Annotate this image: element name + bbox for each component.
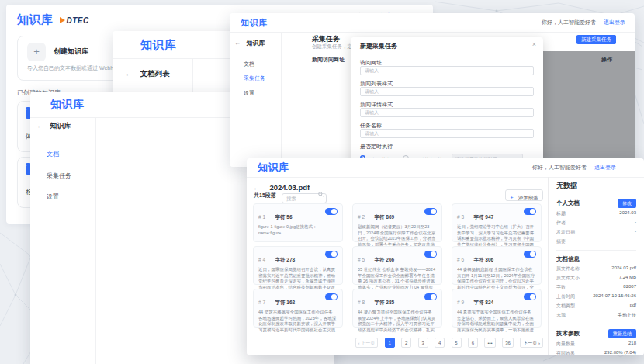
kb-detail-sidebar-divider [95, 117, 96, 364]
app-logo: 知识库 [241, 13, 268, 32]
pagination-prev[interactable]: ‹ 上一页 [355, 338, 379, 348]
segment-chars: 字符 869 [375, 214, 395, 220]
back-arrow-icon[interactable]: ← [253, 184, 260, 192]
kv-value: 218 [628, 341, 636, 348]
segment-card[interactable]: # 1 字符 56 figure-1-figure-0.jpg链接格式：name… [253, 203, 343, 242]
schedule-label: 是否定时执行 [360, 143, 393, 151]
segment-toggle[interactable] [424, 251, 437, 258]
kv-value: pdf [630, 303, 636, 310]
doc-list-title: 文档列表 [140, 69, 169, 78]
pagination-page-3[interactable]: 3 [418, 338, 428, 348]
kv-value: - [635, 229, 636, 236]
modal-title: 新建采集任务 [360, 42, 397, 50]
back-arrow-icon[interactable]: ← [36, 122, 43, 130]
logout-link[interactable]: 退出登录 [604, 19, 625, 25]
segment-card[interactable]: # 5 字符 266 05 世纪伟业 公积金章 整装待发——2024年全国医保工… [352, 246, 442, 285]
segment-text: 44 坚定不移落实全国医保工作会议任务 各地迅速掀起学习热潮，2023年，各地深… [258, 310, 338, 333]
segment-card[interactable]: # 7 字符 162 44 坚定不移落实全国医保工作会议任务 各地迅速掀起学习热… [253, 289, 343, 328]
sidebar-item-settings[interactable]: 设置 [47, 192, 59, 201]
tech-title: 技术参数 [556, 330, 580, 338]
kv-label: 召回效果 [556, 350, 575, 355]
pagination-page-4[interactable]: 4 [435, 338, 445, 348]
pagination-page-2[interactable]: 2 [401, 338, 411, 348]
edit-button[interactable]: 修改 [618, 199, 636, 208]
field-input-task-name[interactable] [360, 129, 534, 138]
segment-text: 44 凝心聚力抓好全国医保工作会议任务 展望2024年上半年，各地医保部门认真贯… [358, 310, 437, 333]
segment-toggle[interactable] [325, 251, 338, 258]
tasks-header: 知识库 你好，人工智能爱好者 退出登录 [230, 13, 635, 33]
user-greeting: 你好，人工智能爱好者 [532, 165, 587, 170]
pagination-next[interactable]: 下一页 › [520, 338, 543, 348]
kv-value: 292.08% (7.04) [604, 350, 636, 355]
back-arrow-icon[interactable]: ← [125, 69, 133, 78]
back-row[interactable]: ← 文档列表 [125, 65, 169, 79]
segment-toggle[interactable] [424, 293, 437, 300]
kv-value: 82007 [623, 284, 636, 291]
segment-card[interactable]: # 2 字符 869 融媒新闻网（记者栗云）3月22日至23日，2024年全国医… [352, 203, 442, 242]
kv-row: 发表日期- [556, 229, 636, 236]
pagination-page-5[interactable]: 5 [452, 338, 462, 348]
kv-row: 标题2024.03 [556, 210, 636, 217]
segment-index: # 6 [457, 257, 464, 262]
segment-card[interactable]: # 4 字符 278 近日，国家医保局党组召开会议，认真贯彻落实习近平总书记重要… [253, 246, 343, 285]
sidebar-divider [556, 250, 636, 251]
segment-toggle[interactable] [524, 293, 536, 300]
document-user-area: 你好，人工智能爱好者 退出登录 [532, 164, 616, 172]
tasks-back-label: 知识库 [246, 40, 265, 47]
segment-text: 近日，党组理论学习中心组（扩大）召开集中学习，深入学习习近平总书记重要讲话和重要… [457, 224, 536, 248]
segment-toggle[interactable] [524, 208, 536, 215]
logout-link[interactable]: 退出登录 [594, 165, 616, 170]
kv-label: 发表日期 [556, 229, 575, 236]
field-input-url[interactable] [360, 66, 534, 75]
pagination-page-1[interactable]: 1 [385, 338, 395, 348]
new-task-button[interactable]: 新建采集任务 [576, 35, 616, 44]
user-greeting: 你好，人工智能爱好者 [542, 19, 596, 25]
back-row[interactable]: ← 知识库 [36, 117, 71, 131]
segment-index: # 2 [358, 214, 365, 220]
sidebar-item-documents[interactable]: 文档 [244, 61, 254, 68]
sidebar-item-collection-tasks[interactable]: 采集任务 [244, 75, 265, 82]
kv-value: 7.24 MB [619, 275, 636, 282]
close-icon[interactable]: × [532, 40, 536, 48]
sidebar-item-documents[interactable]: 文档 [47, 150, 59, 158]
field-input-list-style[interactable] [360, 87, 534, 96]
add-segment-button[interactable]: + 添加段落 [505, 189, 543, 201]
segment-toggle[interactable] [325, 208, 338, 215]
dtec-logo-arrow-icon [60, 17, 65, 23]
pagination-ellipsis[interactable]: ••• [484, 338, 495, 348]
segment-toggle[interactable] [325, 293, 338, 300]
back-row[interactable]: ← 知识库 [234, 34, 265, 48]
segment-index: # 8 [358, 300, 365, 305]
kv-row: 原文件大小7.24 MB [556, 275, 636, 282]
create-kb-title: 创建知识库 [54, 47, 88, 57]
search-icon [318, 192, 324, 197]
field-input-detail-style[interactable] [360, 108, 534, 117]
kv-row: 作者- [556, 220, 636, 227]
kv-label: 摘要 [556, 238, 566, 245]
segment-card[interactable]: # 6 字符 306 44 奋楫扬帆启新程 全国医保工作会议在京召开 1月11日… [452, 246, 542, 285]
sidebar-divider [556, 324, 636, 324]
segment-card[interactable]: # 8 字符 285 44 凝心聚力抓好全国医保工作会议任务 展望2024年上半… [352, 289, 442, 328]
segment-chars: 字符 278 [275, 257, 296, 262]
segment-index: # 7 [258, 300, 265, 305]
personal-doc-title: 个人文档 [556, 199, 580, 207]
pagination-page-36[interactable]: 36 [502, 338, 514, 348]
segment-text: 44 真抓实干落实全国医保工作会议任务 坚定信心、乘势而上，聚焦人民群众在医疗保… [457, 310, 536, 333]
segment-card[interactable]: # 3 字符 947 近日，党组理论学习中心组（扩大）召开集中学习，深入学习习近… [452, 203, 542, 242]
sidebar-item-collection-tasks[interactable]: 采集任务 [47, 172, 71, 180]
tasks-window: 知识库 你好，人工智能爱好者 退出登录 ← 知识库 文档 采集任务 设置 采集任… [230, 13, 635, 167]
pagination-page-6[interactable]: 6 [468, 338, 478, 348]
tasks-sidebar-divider [281, 32, 282, 167]
segment-chars: 字符 162 [275, 300, 296, 305]
segment-toggle[interactable] [524, 251, 536, 258]
sidebar-item-settings[interactable]: 设置 [244, 89, 254, 97]
document-window: 知识库 你好，人工智能爱好者 退出登录 ← 2024.03.pdf 共15段落 … [247, 158, 644, 355]
segment-card[interactable]: # 9 字符 824 44 真抓实干落实全国医保工作会议任务 坚定信心、乘势而上… [452, 289, 542, 328]
kv-label: 原文件大小 [556, 275, 580, 282]
kv-label: 作者 [556, 220, 566, 227]
segment-toggle[interactable] [424, 208, 437, 215]
back-arrow-icon[interactable]: ← [234, 40, 241, 47]
segment-index: # 9 [457, 300, 464, 305]
segment-search[interactable] [282, 189, 327, 203]
re-summarize-button[interactable]: 重新总结 [608, 329, 636, 338]
